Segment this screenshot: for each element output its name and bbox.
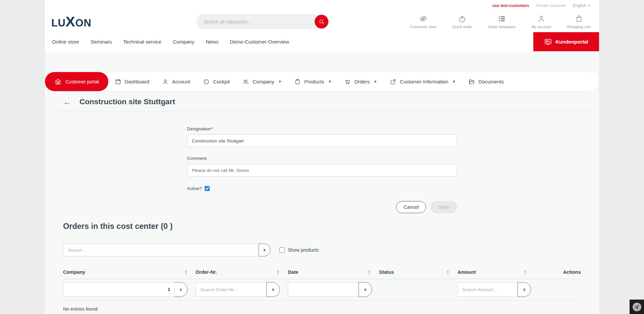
quick-order-button[interactable]: Quick order [452,14,472,29]
clipboard-icon [294,78,301,85]
gauge-icon [203,78,210,85]
tab-customer-information[interactable]: Customer Information ▼ [383,78,462,85]
column-header-amount[interactable]: Amount [458,269,535,275]
column-label: Amount [458,269,476,275]
shopping-cart-button[interactable]: Shopping cart [567,14,591,29]
tab-label: Orders [354,79,370,84]
orders-search-input[interactable] [63,244,259,256]
save-button[interactable]: Save [430,201,457,213]
external-link-icon [390,78,396,85]
amount-filter: x [458,282,535,297]
comment-field[interactable] [187,164,457,177]
tab-dashboard[interactable]: Dashboard [108,78,156,85]
nav-technical-service[interactable]: Technical service [123,39,161,45]
back-button[interactable]: ← [63,98,71,106]
action-label: Quick order [452,25,472,29]
orders-search-clear-button[interactable]: x [259,244,270,256]
tab-label: Customer portal [65,79,99,84]
kundenportal-button[interactable]: Kundenportal [533,32,599,51]
folder-icon [468,78,475,85]
tab-label: Dashboard [125,79,149,84]
kundenportal-label: Kundenportal [555,39,588,45]
logo-text-on: ON [75,18,92,28]
tab-company[interactable]: Company ▼ [236,78,288,85]
company-filter-clear-button[interactable]: x [174,282,187,297]
orders-search-row: x Show products [63,244,581,256]
orders-heading: Orders in this cost center (0 ) [63,222,581,231]
column-header-date[interactable]: Date [288,269,379,275]
nav-news[interactable]: News [206,39,219,45]
active-checkbox[interactable] [205,186,210,191]
cost-center-form: Designation* Comment Active? Cancel Save [187,126,457,213]
order-nr-filter-input[interactable] [196,282,267,297]
action-label: My account [531,25,551,29]
show-products-toggle[interactable]: Show products [279,247,319,253]
language-label: English [573,3,586,8]
tab-account[interactable]: Account [156,78,197,85]
column-label: Actions [563,269,581,275]
column-header-company[interactable]: Company [63,269,196,275]
date-filter: x [288,282,379,297]
tab-customer-portal[interactable]: Customer portal [45,72,108,91]
use-test-customers-link[interactable]: use test-customers [492,3,529,8]
order-nr-filter-clear-button[interactable]: x [266,282,280,297]
header-action-group: Consumer view Quick order Order template… [410,14,591,29]
search-button[interactable] [315,15,328,28]
amount-filter-clear-button[interactable]: x [518,282,531,297]
orders-table-header: Company Order-Nr. Date Status Amount [63,265,581,279]
tab-documents[interactable]: Documents [462,78,510,85]
designation-field[interactable] [187,134,457,147]
sort-icon[interactable] [446,270,449,274]
debug-toolbar-button[interactable]: sf [630,300,644,314]
date-filter-clear-button[interactable]: x [359,282,372,297]
tab-label: Cockpit [213,79,230,84]
page-title-row: ← Construction site Stuttgart [52,91,592,112]
site-header: use test-customers Private customer Engl… [45,0,599,51]
chevron-down-icon: ▼ [588,4,591,7]
luxon-logo[interactable]: LUXON [51,14,91,29]
cancel-button[interactable]: Cancel [396,201,426,213]
nav-demo-customer-overview[interactable]: Demo-Customer Overview [230,39,289,45]
search-icon [318,18,325,25]
user-icon [162,78,169,85]
column-header-status[interactable]: Status [379,269,458,275]
column-label: Order-Nr. [196,269,217,275]
nav-seminars[interactable]: Seminars [91,39,112,45]
users-icon [243,78,249,85]
sort-icon[interactable] [277,270,279,274]
tab-orders[interactable]: Orders ▼ [338,78,383,85]
active-row: Active? [187,186,457,191]
nav-company[interactable]: Company [173,39,194,45]
sort-icon[interactable] [184,270,187,274]
window-icon [115,78,121,85]
show-products-checkbox[interactable] [279,247,285,253]
column-label: Date [288,269,298,275]
chevron-down-icon: ▼ [328,80,332,83]
order-templates-button[interactable]: Order templates [488,14,516,29]
logo-text-x: X [65,14,75,29]
tab-cockpit[interactable]: Cockpit [197,78,236,85]
nav-online-store[interactable]: Online store [52,39,79,45]
column-header-order-nr[interactable]: Order-Nr. [196,269,288,275]
my-account-button[interactable]: My account [531,14,551,29]
comment-label: Comment [187,156,457,161]
company-filter-select[interactable] [63,282,174,297]
language-selector[interactable]: English ▼ [573,3,591,8]
chevron-down-icon: ▼ [278,80,281,83]
date-filter-input[interactable] [288,282,359,297]
action-label: Order templates [488,25,516,29]
bag-icon [575,14,583,23]
form-buttons: Cancel Save [187,201,457,213]
amount-filter-input[interactable] [458,282,518,297]
private-customer-link[interactable]: Private customer [536,3,566,8]
sort-icon[interactable] [524,270,527,274]
consumer-view-button[interactable]: Consumer view [410,14,436,29]
tab-bar: Customer portal Dashboard Account Cockpi… [45,72,599,91]
tab-label: Company [253,79,274,84]
search-input[interactable] [196,19,315,24]
empty-state-text: No entries found [63,301,581,314]
top-utility-bar: use test-customers Private customer Engl… [45,0,599,11]
list-icon [497,14,506,23]
tab-products[interactable]: Products ▼ [288,78,338,85]
sort-icon[interactable] [368,270,371,274]
